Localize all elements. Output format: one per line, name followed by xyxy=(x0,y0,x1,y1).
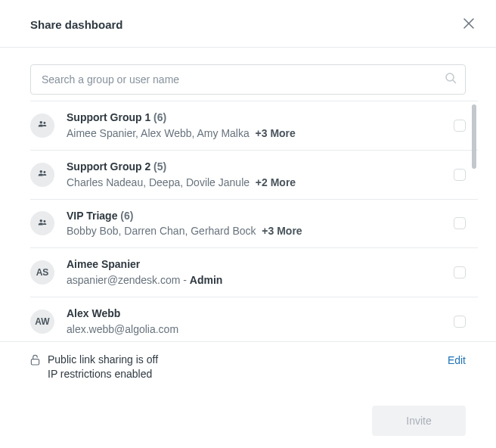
public-link-info: Public link sharing is off IP restrictio… xyxy=(30,353,158,381)
user-avatar: AS xyxy=(30,260,54,285)
row-name: Support Group 2 xyxy=(67,160,150,173)
row-count: (6) xyxy=(120,210,133,222)
row-dash: - xyxy=(180,274,189,286)
row-name: Support Group 1 xyxy=(67,111,150,123)
row-title: Aimee Spanier xyxy=(67,257,442,272)
close-icon xyxy=(463,18,474,31)
row-members: Bobby Bob, Darren Chan, Gerhard Bock xyxy=(67,225,256,237)
row-role: Admin xyxy=(190,274,223,286)
search-icon xyxy=(445,72,457,87)
row-checkbox[interactable] xyxy=(454,169,466,181)
row-sub: aspanier@zendesk.com - Admin xyxy=(67,273,442,288)
list-item[interactable]: ASAimee Spanieraspanier@zendesk.com - Ad… xyxy=(30,248,478,297)
row-title: Support Group 2 (5) xyxy=(67,160,442,174)
row-checkbox[interactable] xyxy=(454,266,466,278)
public-link-line1: Public link sharing is off xyxy=(48,353,158,367)
row-body: Support Group 2 (5)Charles Nadeau, Deepa… xyxy=(67,160,442,190)
public-link-line2: IP restrictions enabled xyxy=(48,367,158,381)
row-members: Aimee Spanier, Alex Webb, Amy Malka xyxy=(67,127,250,139)
share-dashboard-modal: Share dashboard Support Group 1 (6)Aimee… xyxy=(0,0,496,448)
public-link-panel: Public link sharing is off IP restrictio… xyxy=(0,341,496,392)
group-avatar xyxy=(30,114,54,138)
row-more[interactable]: +3 More xyxy=(256,127,296,139)
edit-link[interactable]: Edit xyxy=(448,353,466,366)
row-more[interactable]: +2 More xyxy=(256,176,296,188)
unlock-icon xyxy=(30,354,40,369)
list-item[interactable]: VIP Triage (6)Bobby Bob, Darren Chan, Ge… xyxy=(30,200,478,249)
row-name: Aimee Spanier xyxy=(67,258,140,270)
modal-title: Share dashboard xyxy=(30,18,123,31)
list-item[interactable]: Support Group 1 (6)Aimee Spanier, Alex W… xyxy=(30,101,478,151)
public-link-text: Public link sharing is off IP restrictio… xyxy=(48,353,158,381)
row-body: Support Group 1 (6)Aimee Spanier, Alex W… xyxy=(67,110,442,141)
row-sub: Bobby Bob, Darren Chan, Gerhard Bock +3 … xyxy=(67,224,442,238)
row-title: Alex Webb xyxy=(67,306,442,321)
group-avatar xyxy=(30,211,54,235)
row-count: (5) xyxy=(153,160,166,173)
row-more[interactable]: +3 More xyxy=(262,225,302,237)
group-icon xyxy=(37,217,48,230)
row-count: (6) xyxy=(153,111,166,123)
close-button[interactable] xyxy=(460,15,478,33)
row-email: alex.webb@algolia.com xyxy=(67,323,178,335)
row-checkbox[interactable] xyxy=(454,316,466,328)
row-sub: Aimee Spanier, Alex Webb, Amy Malka +3 M… xyxy=(67,126,442,141)
invite-button[interactable]: Invite xyxy=(372,406,466,436)
row-title: Support Group 1 (6) xyxy=(67,110,442,125)
row-members: Charles Nadeau, Deepa, Dovile Janule xyxy=(67,176,250,188)
group-avatar xyxy=(30,163,54,187)
row-title: VIP Triage (6) xyxy=(67,209,442,223)
modal-header: Share dashboard xyxy=(0,0,496,47)
list-item[interactable]: AWAlex Webbalex.webb@algolia.com xyxy=(30,297,478,341)
list-container: Support Group 1 (6)Aimee Spanier, Alex W… xyxy=(30,101,478,341)
user-avatar: AW xyxy=(30,310,54,334)
group-icon xyxy=(37,119,48,132)
share-list[interactable]: Support Group 1 (6)Aimee Spanier, Alex W… xyxy=(30,101,478,341)
search-wrap xyxy=(0,48,496,95)
row-name: Alex Webb xyxy=(67,307,120,319)
scrollbar[interactable] xyxy=(472,104,476,169)
row-email: aspanier@zendesk.com xyxy=(67,274,180,286)
search-input[interactable] xyxy=(30,64,466,95)
svg-rect-1 xyxy=(31,359,39,365)
search-field xyxy=(30,64,466,95)
row-name: VIP Triage xyxy=(67,210,117,222)
group-icon xyxy=(37,168,48,181)
list-item[interactable]: Support Group 2 (5)Charles Nadeau, Deepa… xyxy=(30,151,478,200)
row-body: Alex Webbalex.webb@algolia.com xyxy=(67,306,442,337)
row-sub: alex.webb@algolia.com xyxy=(67,322,442,337)
row-body: VIP Triage (6)Bobby Bob, Darren Chan, Ge… xyxy=(67,209,442,239)
row-checkbox[interactable] xyxy=(454,217,466,229)
row-checkbox[interactable] xyxy=(454,120,466,132)
row-sub: Charles Nadeau, Deepa, Dovile Janule +2 … xyxy=(67,176,442,190)
row-body: Aimee Spanieraspanier@zendesk.com - Admi… xyxy=(67,257,442,288)
modal-footer: Invite xyxy=(0,392,496,436)
